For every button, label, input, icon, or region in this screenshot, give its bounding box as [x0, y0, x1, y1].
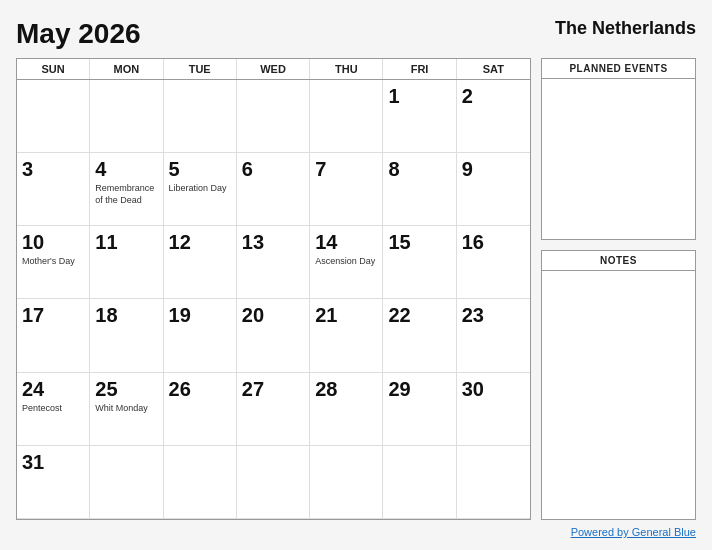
calendar-grid: 1234Remembrance of the Dead5Liberation D…	[17, 80, 530, 519]
day-header: TUE	[164, 59, 237, 79]
event-label: Whit Monday	[95, 403, 157, 415]
day-cell: 27	[237, 373, 310, 446]
day-cell: 18	[90, 299, 163, 372]
day-cell: 1	[383, 80, 456, 153]
notes-title: NOTES	[542, 251, 695, 271]
day-cell: 15	[383, 226, 456, 299]
day-cell: 6	[237, 153, 310, 226]
day-cell: 13	[237, 226, 310, 299]
day-cell: 2	[457, 80, 530, 153]
day-number: 27	[242, 377, 304, 401]
day-cell: 29	[383, 373, 456, 446]
day-cell	[90, 80, 163, 153]
day-cell: 21	[310, 299, 383, 372]
header: May 2026 The Netherlands	[16, 18, 696, 50]
day-number: 28	[315, 377, 377, 401]
day-header: THU	[310, 59, 383, 79]
country-title: The Netherlands	[555, 18, 696, 39]
day-cell: 20	[237, 299, 310, 372]
day-cell: 10Mother's Day	[17, 226, 90, 299]
day-cell: 16	[457, 226, 530, 299]
day-number: 20	[242, 303, 304, 327]
day-number: 8	[388, 157, 450, 181]
planned-events-box: PLANNED EVENTS	[541, 58, 696, 240]
day-cell: 9	[457, 153, 530, 226]
day-number: 30	[462, 377, 525, 401]
day-header: SAT	[457, 59, 530, 79]
event-label: Remembrance of the Dead	[95, 183, 157, 206]
day-number: 22	[388, 303, 450, 327]
day-number: 23	[462, 303, 525, 327]
day-cell: 8	[383, 153, 456, 226]
day-cell: 11	[90, 226, 163, 299]
day-number: 29	[388, 377, 450, 401]
day-cell: 24Pentecost	[17, 373, 90, 446]
day-cell	[90, 446, 163, 519]
day-number: 13	[242, 230, 304, 254]
day-number: 31	[22, 450, 84, 474]
day-headers: SUNMONTUEWEDTHUFRISAT	[17, 59, 530, 80]
day-cell	[17, 80, 90, 153]
day-number: 7	[315, 157, 377, 181]
day-number: 17	[22, 303, 84, 327]
day-cell: 19	[164, 299, 237, 372]
day-number: 15	[388, 230, 450, 254]
day-cell: 30	[457, 373, 530, 446]
day-header: WED	[237, 59, 310, 79]
day-number: 10	[22, 230, 84, 254]
day-cell	[310, 80, 383, 153]
day-number: 21	[315, 303, 377, 327]
day-number: 6	[242, 157, 304, 181]
day-cell	[237, 80, 310, 153]
day-number: 3	[22, 157, 84, 181]
event-label: Ascension Day	[315, 256, 377, 268]
day-number: 2	[462, 84, 525, 108]
day-cell: 26	[164, 373, 237, 446]
day-number: 1	[388, 84, 450, 108]
day-cell: 5Liberation Day	[164, 153, 237, 226]
day-cell: 28	[310, 373, 383, 446]
day-cell: 22	[383, 299, 456, 372]
day-cell: 4Remembrance of the Dead	[90, 153, 163, 226]
day-number: 12	[169, 230, 231, 254]
day-number: 24	[22, 377, 84, 401]
day-cell	[237, 446, 310, 519]
planned-events-title: PLANNED EVENTS	[542, 59, 695, 79]
planned-events-content	[542, 79, 695, 239]
day-cell	[164, 446, 237, 519]
event-label: Mother's Day	[22, 256, 84, 268]
day-header: SUN	[17, 59, 90, 79]
notes-box: NOTES	[541, 250, 696, 520]
day-number: 9	[462, 157, 525, 181]
day-number: 19	[169, 303, 231, 327]
day-cell	[164, 80, 237, 153]
event-label: Liberation Day	[169, 183, 231, 195]
day-number: 14	[315, 230, 377, 254]
powered-by-link[interactable]: Powered by General Blue	[571, 526, 696, 538]
month-title: May 2026	[16, 18, 141, 50]
calendar-section: SUNMONTUEWEDTHUFRISAT 1234Remembrance of…	[16, 58, 531, 520]
day-number: 5	[169, 157, 231, 181]
day-cell	[457, 446, 530, 519]
day-cell: 14Ascension Day	[310, 226, 383, 299]
calendar-page: May 2026 The Netherlands SUNMONTUEWEDTHU…	[0, 0, 712, 550]
day-number: 16	[462, 230, 525, 254]
day-number: 4	[95, 157, 157, 181]
main-area: SUNMONTUEWEDTHUFRISAT 1234Remembrance of…	[16, 58, 696, 520]
day-cell: 3	[17, 153, 90, 226]
notes-content	[542, 271, 695, 411]
day-cell	[310, 446, 383, 519]
day-cell	[383, 446, 456, 519]
day-cell: 17	[17, 299, 90, 372]
day-cell: 25Whit Monday	[90, 373, 163, 446]
sidebar: PLANNED EVENTS NOTES	[541, 58, 696, 520]
day-header: MON	[90, 59, 163, 79]
day-number: 18	[95, 303, 157, 327]
day-header: FRI	[383, 59, 456, 79]
event-label: Pentecost	[22, 403, 84, 415]
day-number: 26	[169, 377, 231, 401]
day-cell: 23	[457, 299, 530, 372]
footer: Powered by General Blue	[16, 526, 696, 538]
day-number: 25	[95, 377, 157, 401]
day-cell: 7	[310, 153, 383, 226]
